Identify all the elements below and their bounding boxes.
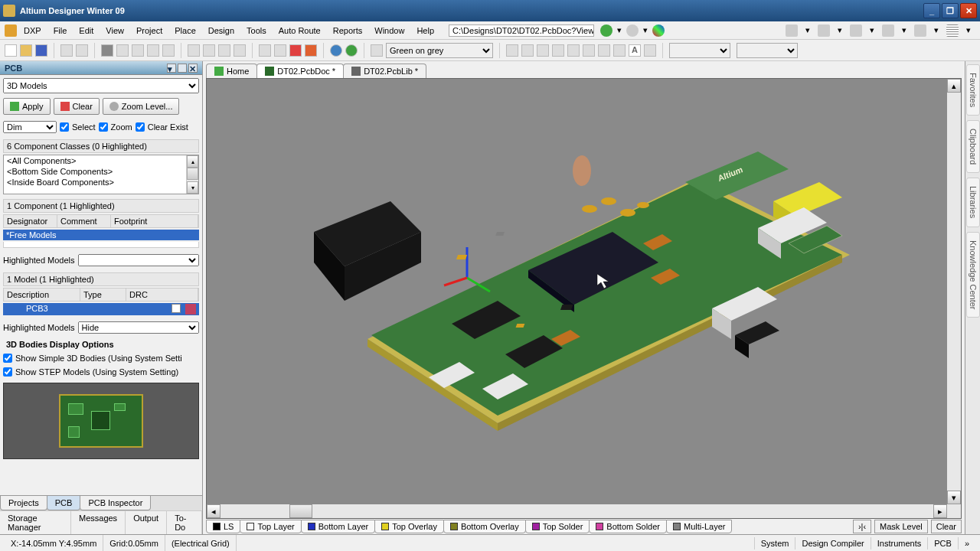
fill-icon[interactable]	[598, 44, 610, 57]
new-file-icon[interactable]	[5, 44, 17, 57]
menu-file[interactable]: File	[48, 24, 73, 37]
layer-top-solder[interactable]: Top Solder	[525, 520, 590, 533]
route-multi-icon[interactable]	[537, 44, 549, 57]
zoom-checkbox[interactable]	[99, 122, 108, 132]
hide-select[interactable]: Hide	[78, 321, 199, 334]
open-file-icon[interactable]	[20, 44, 32, 57]
layer-bottom-overlay[interactable]: Bottom Overlay	[443, 520, 526, 533]
nav-dropdown-icon[interactable]: ▾	[617, 25, 622, 35]
string-icon[interactable]: A	[629, 44, 641, 57]
status-design-compiler-button[interactable]: Design Compiler	[795, 537, 870, 549]
route-diff-icon[interactable]	[521, 44, 534, 57]
tab-pcb-inspector[interactable]: PCB Inspector	[80, 496, 151, 510]
nav-home-icon[interactable]	[652, 24, 665, 37]
mode-icon[interactable]	[371, 44, 383, 57]
redo-icon[interactable]	[345, 44, 358, 57]
select-icon[interactable]	[274, 44, 286, 57]
layers-icon[interactable]	[101, 44, 113, 57]
menu-design[interactable]: Design	[203, 24, 240, 37]
col-drc[interactable]: DRC	[126, 289, 198, 301]
pcb-3d-canvas[interactable]: Altium ▴ ▾ ◂	[206, 78, 962, 519]
select-checkbox[interactable]	[60, 122, 69, 132]
dropdown-2[interactable]	[737, 43, 798, 58]
layer-top[interactable]: Top Layer	[240, 520, 301, 533]
tab-pcb[interactable]: PCB	[47, 496, 81, 510]
clear-mask-button[interactable]: Clear	[931, 520, 962, 533]
cross-select-icon[interactable]	[289, 44, 302, 57]
tab-knowledge-center[interactable]: Knowledge Center	[966, 232, 980, 318]
scrollbar[interactable]: ▴▾	[186, 155, 198, 194]
duplicate-icon[interactable]	[234, 44, 246, 57]
col-designator[interactable]: Designator	[4, 215, 57, 227]
paste-icon[interactable]	[218, 44, 230, 57]
print-icon[interactable]	[60, 44, 73, 57]
clear-button[interactable]: Clear	[54, 98, 100, 115]
route-icon[interactable]	[506, 44, 518, 57]
cut-icon[interactable]	[188, 44, 200, 57]
panel-pin-icon[interactable]	[178, 64, 187, 73]
save-file-icon[interactable]	[35, 44, 47, 57]
tab-home[interactable]: Home	[206, 64, 257, 78]
output-button[interactable]: Output	[126, 511, 167, 534]
status-more-button[interactable]: »	[958, 537, 975, 549]
list-item[interactable]: <Bottom Side Components>	[4, 166, 198, 177]
todo-button[interactable]: To-Do	[167, 511, 202, 534]
dropdown-1[interactable]	[669, 43, 730, 58]
menu-help[interactable]: Help	[411, 24, 439, 37]
menu-reports[interactable]: Reports	[328, 24, 368, 37]
maximize-button[interactable]: ❐	[942, 3, 959, 18]
menu-edit[interactable]: Edit	[74, 24, 99, 37]
refresh-icon[interactable]	[162, 44, 175, 57]
mask-level-button[interactable]: Mask Level	[874, 520, 928, 533]
vertical-scrollbar[interactable]: ▴ ▾	[947, 79, 961, 518]
color-scheme-select[interactable]: Green on grey	[386, 43, 493, 58]
status-pcb-button[interactable]: PCB	[927, 537, 958, 549]
scroll-thumb[interactable]	[289, 504, 312, 518]
tab-clipboard[interactable]: Clipboard	[966, 120, 980, 173]
scroll-right-button[interactable]: ▸	[933, 504, 947, 518]
close-button[interactable]: ✕	[960, 3, 977, 18]
tab-pcblib[interactable]: DT02.PcbLib *	[343, 64, 426, 78]
layer-ls[interactable]: LS	[206, 520, 240, 533]
copy-icon[interactable]	[203, 44, 215, 57]
model-row-selected[interactable]: PCB3	[3, 303, 199, 315]
scroll-up-button[interactable]: ▴	[947, 79, 961, 93]
nav-back-dropdown[interactable]: ▾	[643, 25, 648, 35]
tool-icon-1[interactable]	[786, 24, 798, 37]
layer-multi[interactable]: Multi-Layer	[666, 520, 732, 533]
highlighted-models-select[interactable]	[78, 254, 199, 266]
menu-view[interactable]: View	[100, 24, 129, 37]
dim-select[interactable]: Dim	[3, 121, 57, 133]
zoom-area-icon[interactable]	[132, 44, 144, 57]
horizontal-scrollbar[interactable]: ◂ ▸	[207, 504, 947, 518]
status-instruments-button[interactable]: Instruments	[871, 537, 927, 549]
col-comment[interactable]: Comment	[57, 215, 111, 227]
clear-exist-checkbox[interactable]	[136, 122, 145, 132]
tool-icon-5[interactable]	[914, 24, 926, 37]
menu-window[interactable]: Window	[369, 24, 410, 37]
list-item[interactable]: <All Components>	[4, 155, 198, 166]
deselect-icon[interactable]	[305, 44, 317, 57]
tool-icon-3[interactable]	[850, 24, 862, 37]
scroll-down-button[interactable]: ▾	[947, 491, 961, 504]
via-icon[interactable]	[552, 44, 564, 57]
undo-icon[interactable]	[330, 44, 342, 57]
filter-mode-select[interactable]: 3D Models	[3, 78, 199, 93]
status-system-button[interactable]: System	[754, 537, 795, 549]
layer-bottom[interactable]: Bottom Layer	[301, 520, 375, 533]
document-path-input[interactable]: C:\Designs\DT02\DT02.PcbDoc?ViewN	[449, 24, 594, 37]
nav-back-icon[interactable]	[626, 24, 639, 37]
polygon-icon[interactable]	[613, 44, 626, 57]
show-step-checkbox[interactable]	[3, 367, 12, 377]
pad-icon[interactable]	[567, 44, 580, 57]
col-description[interactable]: Description	[4, 289, 80, 301]
nav-go-icon[interactable]	[600, 24, 612, 37]
tool-icon-2[interactable]	[818, 24, 830, 37]
panel-dropdown-icon[interactable]: ▾	[167, 64, 176, 73]
layer-bottom-solder[interactable]: Bottom Solder	[589, 520, 667, 533]
list-item[interactable]: <Inside Board Components>	[4, 177, 198, 187]
layer-top-overlay[interactable]: Top Overlay	[374, 520, 444, 533]
layer-nav-button[interactable]: ›|‹	[853, 520, 871, 533]
grid-icon[interactable]	[946, 24, 959, 37]
arc-icon[interactable]	[583, 44, 595, 57]
